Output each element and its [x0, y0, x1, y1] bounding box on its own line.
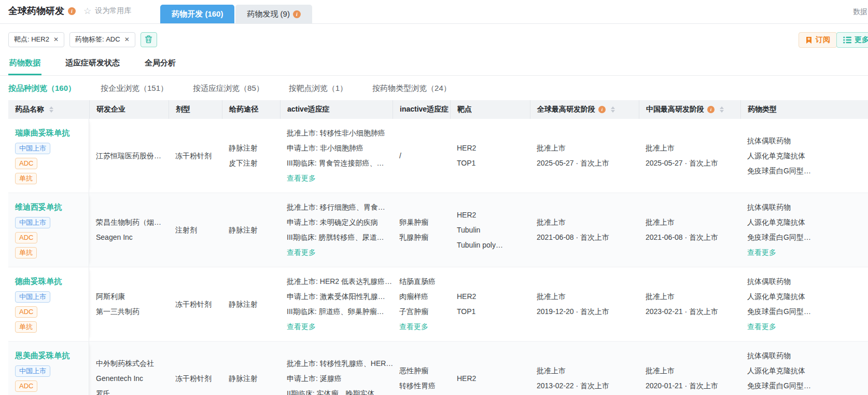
cell-line: 抗体偶联药物	[747, 200, 868, 215]
info-icon[interactable]: i	[598, 106, 606, 113]
cell-line: II期临床: 实体瘤、晚期实体…	[287, 386, 389, 395]
dosage-form-cell: 冻干粉针剂	[169, 119, 222, 193]
drug-tag: 中国上市	[15, 217, 50, 228]
cell-line: Seagen Inc	[96, 230, 165, 245]
view-more-link[interactable]: 查看更多	[399, 319, 447, 334]
info-icon[interactable]: i	[707, 106, 715, 113]
company-cell: 阿斯利康第一三共制药	[89, 267, 169, 341]
cell-line: 静脉注射	[229, 223, 277, 238]
info-icon[interactable]: i	[68, 7, 76, 15]
col-header-drug-name[interactable]: 药品名称	[8, 100, 89, 119]
drug-name-cell: 恩美曲妥珠单抗 中国上市ADC单抗	[8, 342, 89, 395]
cell-line: HER2	[457, 289, 527, 304]
more-button[interactable]: 更多	[836, 32, 868, 48]
view-tab-bar: 按品种浏览（160） 按企业浏览（151） 按适应症浏览（85） 按靶点浏览（1…	[0, 76, 868, 100]
cell-line: 乳腺肿瘤	[399, 230, 447, 245]
target-cell: HER2	[450, 342, 530, 395]
cell-line: 批准上市: 移行细胞癌、胃食…	[287, 200, 389, 215]
target-cell: HER2TOP1	[450, 267, 530, 341]
active-indication-cell: 批准上市: 转移性乳腺癌、HER…申请上市: 涎腺癌II期临床: 实体瘤、晚期实…	[280, 342, 393, 395]
cell-line: 2021-06-08 · 首次上市	[537, 230, 636, 245]
view-by-drug-type[interactable]: 按药物类型浏览（24）	[372, 84, 451, 93]
view-more-link[interactable]: 查看更多	[287, 319, 389, 334]
star-favorite-icon[interactable]: ☆	[83, 6, 91, 17]
tab-drug-development[interactable]: 药物开发 (160)	[160, 5, 234, 23]
cell-line: 批准上市	[646, 363, 737, 378]
cell-line: 子宫肿瘤	[399, 304, 447, 319]
tab-global-analysis[interactable]: 全局分析	[144, 55, 177, 75]
view-by-indication[interactable]: 按适应症浏览（85）	[193, 84, 264, 93]
tab-drug-discovery[interactable]: 药物发现 (9) i	[235, 5, 312, 23]
drug-tag: 单抗	[15, 321, 37, 333]
filter-chip-drug-tag[interactable]: 药物标签: ADC ✕	[69, 32, 135, 47]
drug-name-link[interactable]: 维迪西妥单抗	[15, 201, 86, 213]
cell-line: 静脉注射	[229, 141, 277, 156]
cell-line: 人源化单克隆抗体	[747, 215, 868, 230]
top-right-clipped-text: 数据	[853, 7, 867, 17]
cell-line: 2023-02-21 · 首次上市	[646, 304, 737, 319]
table-row: 恩美曲妥珠单抗 中国上市ADC单抗 中外制药株式会社Genentech Inc罗…	[8, 342, 868, 395]
title-area: 全球药物研发 i ☆ 设为常用库	[0, 5, 131, 23]
cell-line: III期临床: 膀胱转移癌、尿道…	[287, 230, 389, 245]
cell-line: 批准上市: 转移性非小细胞肺癌	[287, 126, 389, 141]
view-by-target[interactable]: 按靶点浏览（1）	[289, 84, 347, 93]
cell-line: 批准上市	[537, 141, 636, 156]
drug-name-link[interactable]: 德曲妥珠单抗	[15, 276, 86, 287]
view-more-link[interactable]: 查看更多	[747, 319, 868, 334]
cell-line: 冻干粉针剂	[175, 297, 219, 312]
china-stage-cell: 批准上市2021-06-08 · 首次上市	[639, 193, 740, 267]
drug-name-link[interactable]: 瑞康曲妥珠单抗	[15, 127, 86, 139]
close-icon[interactable]: ✕	[53, 36, 59, 43]
tab-indication-status[interactable]: 适应症研发状态	[64, 55, 121, 75]
cell-line: 批准上市	[537, 289, 636, 304]
cell-line: 罗氏	[96, 386, 165, 395]
cell-line: 2025-05-27 · 首次上市	[646, 156, 737, 171]
view-more-link[interactable]: 查看更多	[747, 245, 868, 260]
drug-tags: 中国上市ADC单抗	[15, 365, 86, 395]
sort-icon[interactable]	[720, 106, 724, 113]
cell-line: 免疫球蛋白G同型…	[747, 304, 868, 319]
view-more-link[interactable]: 查看更多	[287, 171, 389, 186]
cell-line: 抗体偶联药物	[747, 348, 868, 363]
cell-line: 江苏恒瑞医药股份…	[96, 148, 165, 164]
clear-filters-button[interactable]	[141, 32, 157, 47]
subscribe-label: 订阅	[816, 35, 830, 45]
sort-icon[interactable]	[611, 106, 615, 113]
top-bar: 全球药物研发 i ☆ 设为常用库 药物开发 (160) 药物发现 (9) i 数…	[0, 0, 868, 24]
view-more-link[interactable]: 查看更多	[287, 245, 389, 260]
col-header-global-stage[interactable]: 全球最高研发阶段 i	[530, 100, 639, 119]
target-cell: HER2TOP1	[450, 119, 530, 193]
main-tab-bar: 药物数据 适应症研发状态 全局分析	[0, 55, 868, 76]
close-icon[interactable]: ✕	[124, 36, 130, 43]
china-stage-cell: 批准上市2020-01-21 · 首次上市	[639, 342, 740, 395]
drug-name-link[interactable]: 恩美曲妥珠单抗	[15, 350, 86, 361]
view-by-product[interactable]: 按品种浏览（160）	[8, 84, 76, 93]
chip-label: 靶点: HER2	[14, 35, 49, 44]
drug-tag: ADC	[15, 232, 37, 243]
tab-drug-data[interactable]: 药物数据	[8, 55, 41, 75]
list-icon	[843, 36, 851, 44]
china-stage-cell: 批准上市2025-05-27 · 首次上市	[639, 119, 740, 193]
cell-line: 结肠直肠癌	[399, 274, 447, 289]
cell-line: Genentech Inc	[96, 371, 165, 386]
cell-line: TOP1	[457, 156, 527, 171]
drug-tag: 单抗	[15, 247, 37, 258]
set-favorite-label[interactable]: 设为常用库	[95, 6, 131, 16]
subscribe-button[interactable]: 订阅	[799, 32, 837, 48]
col-header-company: 研发企业	[89, 100, 169, 119]
filter-chip-target[interactable]: 靶点: HER2 ✕	[8, 32, 64, 47]
global-stage-cell: 批准上市2013-02-22 · 首次上市	[530, 342, 639, 395]
col-header-target: 靶点	[450, 100, 530, 119]
tab-label: 药物发现 (9)	[247, 9, 290, 19]
drug-type-cell: 抗体偶联药物人源化单克隆抗体免疫球蛋白G同型…查看更多	[740, 193, 868, 267]
bookmark-plus-icon	[805, 36, 813, 44]
col-header-china-stage[interactable]: 中国最高研发阶段 i	[639, 100, 740, 119]
cell-line: 恶性肿瘤	[399, 363, 447, 378]
view-by-company[interactable]: 按企业浏览（151）	[101, 84, 168, 93]
cell-line: 卵巢肿瘤	[399, 215, 447, 230]
active-indication-cell: 批准上市: 转移性非小细胞肺癌申请上市: 非小细胞肺癌III期临床: 胃食管连接…	[280, 119, 393, 193]
table-header: 药品名称 研发企业 剂型 给药途径 active适应症 inactive适应症 …	[8, 100, 868, 119]
sort-icon[interactable]	[49, 106, 53, 113]
cell-line: 2020-01-21 · 首次上市	[646, 378, 737, 393]
cell-line: 批准上市	[537, 363, 636, 378]
